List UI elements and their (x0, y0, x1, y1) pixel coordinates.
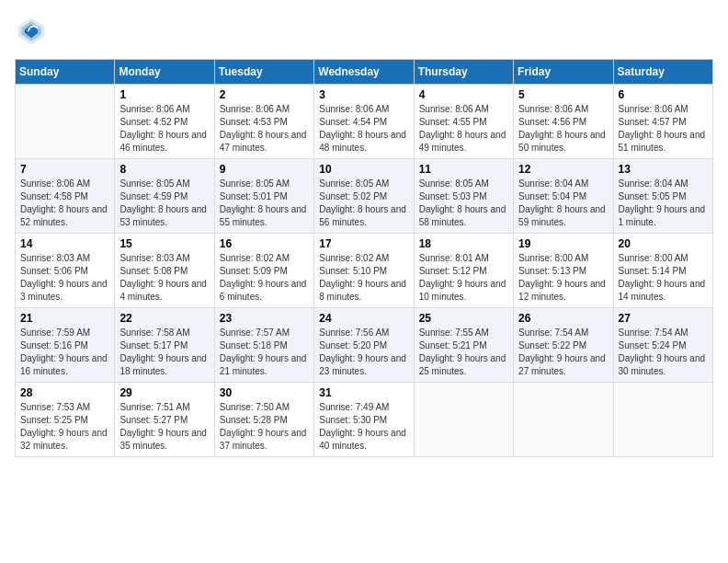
calendar-body: 1Sunrise: 8:06 AM Sunset: 4:52 PM Daylig… (16, 85, 713, 457)
day-number: 2 (220, 88, 309, 101)
day-number: 29 (119, 386, 209, 399)
day-cell: 14Sunrise: 8:03 AM Sunset: 5:06 PM Dayli… (16, 234, 115, 308)
day-cell: 2Sunrise: 8:06 AM Sunset: 4:53 PM Daylig… (214, 85, 313, 159)
day-info: Sunrise: 7:59 AM Sunset: 5:16 PM Dayligh… (20, 327, 109, 378)
logo (15, 15, 53, 48)
day-info: Sunrise: 8:00 AM Sunset: 5:14 PM Dayligh… (619, 252, 708, 304)
day-number: 18 (419, 237, 508, 250)
day-number: 19 (518, 237, 608, 250)
header-cell-saturday: Saturday (613, 60, 712, 85)
day-number: 23 (220, 312, 309, 325)
day-cell: 26Sunrise: 7:54 AM Sunset: 5:22 PM Dayli… (514, 308, 613, 383)
day-info: Sunrise: 7:55 AM Sunset: 5:21 PM Dayligh… (419, 327, 508, 378)
day-info: Sunrise: 8:02 AM Sunset: 5:09 PM Dayligh… (220, 252, 309, 304)
day-info: Sunrise: 8:05 AM Sunset: 4:59 PM Dayligh… (119, 178, 209, 229)
day-info: Sunrise: 7:53 AM Sunset: 5:25 PM Dayligh… (20, 401, 109, 453)
day-cell: 30Sunrise: 7:50 AM Sunset: 5:28 PM Dayli… (214, 383, 313, 457)
day-cell (16, 85, 115, 159)
day-info: Sunrise: 8:00 AM Sunset: 5:13 PM Dayligh… (518, 252, 608, 304)
day-cell: 5Sunrise: 8:06 AM Sunset: 4:56 PM Daylig… (514, 85, 613, 159)
day-cell: 28Sunrise: 7:53 AM Sunset: 5:25 PM Dayli… (16, 383, 115, 457)
day-number: 9 (220, 163, 309, 176)
day-number: 17 (319, 237, 408, 250)
day-cell: 4Sunrise: 8:06 AM Sunset: 4:55 PM Daylig… (414, 85, 513, 159)
header-cell-wednesday: Wednesday (314, 60, 414, 85)
day-cell: 12Sunrise: 8:04 AM Sunset: 5:04 PM Dayli… (514, 159, 613, 234)
day-number: 14 (20, 237, 109, 250)
day-cell: 17Sunrise: 8:02 AM Sunset: 5:10 PM Dayli… (314, 234, 414, 308)
day-info: Sunrise: 8:03 AM Sunset: 5:08 PM Dayligh… (119, 252, 209, 304)
day-cell: 11Sunrise: 8:05 AM Sunset: 5:03 PM Dayli… (414, 159, 513, 234)
day-cell: 31Sunrise: 7:49 AM Sunset: 5:30 PM Dayli… (314, 383, 414, 457)
day-number: 1 (119, 88, 209, 101)
day-number: 12 (518, 163, 608, 176)
day-cell: 29Sunrise: 7:51 AM Sunset: 5:27 PM Dayli… (115, 383, 214, 457)
day-info: Sunrise: 8:06 AM Sunset: 4:58 PM Dayligh… (20, 178, 109, 229)
week-row-3: 14Sunrise: 8:03 AM Sunset: 5:06 PM Dayli… (16, 234, 713, 308)
week-row-2: 7Sunrise: 8:06 AM Sunset: 4:58 PM Daylig… (16, 159, 713, 234)
day-number: 7 (20, 163, 109, 176)
day-info: Sunrise: 8:06 AM Sunset: 4:54 PM Dayligh… (319, 103, 408, 155)
day-number: 4 (419, 88, 508, 101)
day-number: 24 (319, 312, 408, 325)
day-number: 28 (20, 386, 109, 399)
day-number: 8 (119, 163, 209, 176)
day-cell: 25Sunrise: 7:55 AM Sunset: 5:21 PM Dayli… (414, 308, 513, 383)
day-info: Sunrise: 8:06 AM Sunset: 4:52 PM Dayligh… (119, 103, 209, 155)
header-cell-sunday: Sunday (16, 60, 115, 85)
logo-icon (15, 15, 48, 48)
day-info: Sunrise: 7:57 AM Sunset: 5:18 PM Dayligh… (220, 327, 309, 378)
day-info: Sunrise: 8:01 AM Sunset: 5:12 PM Dayligh… (419, 252, 508, 304)
day-info: Sunrise: 7:54 AM Sunset: 5:22 PM Dayligh… (518, 327, 608, 378)
day-info: Sunrise: 8:06 AM Sunset: 4:53 PM Dayligh… (220, 103, 309, 155)
day-number: 6 (619, 88, 708, 101)
page-header (15, 15, 713, 48)
day-cell: 16Sunrise: 8:02 AM Sunset: 5:09 PM Dayli… (214, 234, 313, 308)
day-cell: 9Sunrise: 8:05 AM Sunset: 5:01 PM Daylig… (214, 159, 313, 234)
day-cell (613, 383, 712, 457)
day-cell (414, 383, 513, 457)
day-info: Sunrise: 8:03 AM Sunset: 5:06 PM Dayligh… (20, 252, 109, 304)
header-cell-thursday: Thursday (414, 60, 513, 85)
day-info: Sunrise: 7:58 AM Sunset: 5:17 PM Dayligh… (119, 327, 209, 378)
day-number: 25 (419, 312, 508, 325)
week-row-1: 1Sunrise: 8:06 AM Sunset: 4:52 PM Daylig… (16, 85, 713, 159)
day-cell: 19Sunrise: 8:00 AM Sunset: 5:13 PM Dayli… (514, 234, 613, 308)
day-cell: 27Sunrise: 7:54 AM Sunset: 5:24 PM Dayli… (613, 308, 712, 383)
day-cell: 22Sunrise: 7:58 AM Sunset: 5:17 PM Dayli… (115, 308, 214, 383)
day-number: 30 (220, 386, 309, 399)
day-number: 15 (119, 237, 209, 250)
day-info: Sunrise: 7:50 AM Sunset: 5:28 PM Dayligh… (220, 401, 309, 453)
day-info: Sunrise: 8:05 AM Sunset: 5:03 PM Dayligh… (419, 178, 508, 229)
day-number: 5 (518, 88, 608, 101)
day-number: 16 (220, 237, 309, 250)
day-info: Sunrise: 7:51 AM Sunset: 5:27 PM Dayligh… (119, 401, 209, 453)
day-info: Sunrise: 7:49 AM Sunset: 5:30 PM Dayligh… (319, 401, 408, 453)
header-cell-monday: Monday (115, 60, 214, 85)
day-info: Sunrise: 8:06 AM Sunset: 4:56 PM Dayligh… (518, 103, 608, 155)
calendar-table: SundayMondayTuesdayWednesdayThursdayFrid… (15, 59, 713, 457)
day-info: Sunrise: 8:06 AM Sunset: 4:57 PM Dayligh… (619, 103, 708, 155)
day-cell: 6Sunrise: 8:06 AM Sunset: 4:57 PM Daylig… (613, 85, 712, 159)
header-cell-tuesday: Tuesday (214, 60, 313, 85)
header-row: SundayMondayTuesdayWednesdayThursdayFrid… (16, 60, 713, 85)
day-info: Sunrise: 7:54 AM Sunset: 5:24 PM Dayligh… (619, 327, 708, 378)
day-number: 22 (119, 312, 209, 325)
day-info: Sunrise: 8:06 AM Sunset: 4:55 PM Dayligh… (419, 103, 508, 155)
week-row-5: 28Sunrise: 7:53 AM Sunset: 5:25 PM Dayli… (16, 383, 713, 457)
day-number: 21 (20, 312, 109, 325)
day-info: Sunrise: 8:05 AM Sunset: 5:01 PM Dayligh… (220, 178, 309, 229)
day-cell: 15Sunrise: 8:03 AM Sunset: 5:08 PM Dayli… (115, 234, 214, 308)
day-info: Sunrise: 8:05 AM Sunset: 5:02 PM Dayligh… (319, 178, 408, 229)
day-info: Sunrise: 8:04 AM Sunset: 5:05 PM Dayligh… (619, 178, 708, 229)
day-cell: 23Sunrise: 7:57 AM Sunset: 5:18 PM Dayli… (214, 308, 313, 383)
day-info: Sunrise: 8:04 AM Sunset: 5:04 PM Dayligh… (518, 178, 608, 229)
day-number: 3 (319, 88, 408, 101)
day-cell: 1Sunrise: 8:06 AM Sunset: 4:52 PM Daylig… (115, 85, 214, 159)
day-cell: 18Sunrise: 8:01 AM Sunset: 5:12 PM Dayli… (414, 234, 513, 308)
day-number: 20 (619, 237, 708, 250)
day-number: 27 (619, 312, 708, 325)
day-cell: 7Sunrise: 8:06 AM Sunset: 4:58 PM Daylig… (16, 159, 115, 234)
header-cell-friday: Friday (514, 60, 613, 85)
day-cell: 8Sunrise: 8:05 AM Sunset: 4:59 PM Daylig… (115, 159, 214, 234)
